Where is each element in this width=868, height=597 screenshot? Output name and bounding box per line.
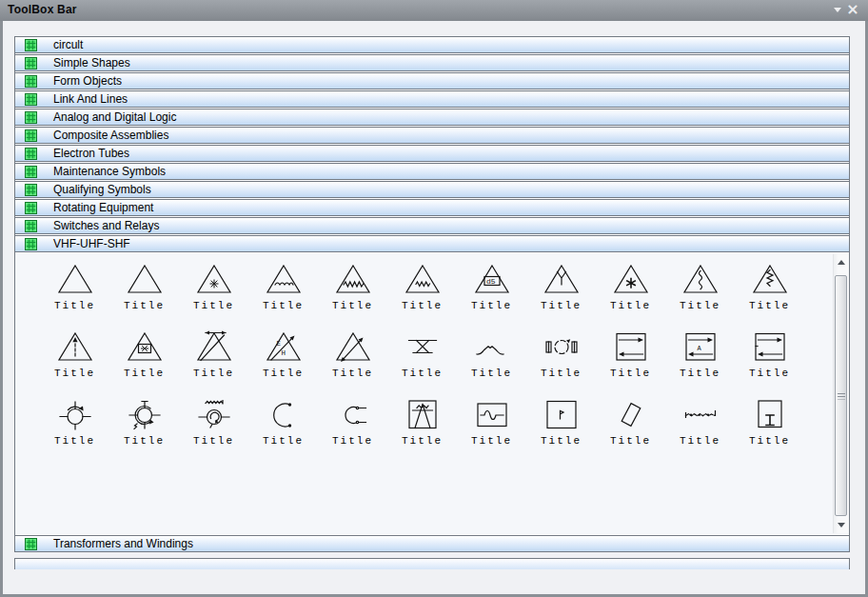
symbol-item[interactable]: Title [109,396,179,464]
arrow-up-icon [838,256,845,265]
category-bar-electron-tubes[interactable]: Electron Tubes [15,145,849,162]
symbol-title: Title [332,368,373,379]
window-title: ToolBox Bar [8,3,830,16]
clipped-next-category-bar[interactable] [14,558,850,569]
category-bar-simple-shapes[interactable]: Simple Shapes [15,54,849,71]
symbol-title: Title [54,368,95,379]
category-bar-composite-assemblies[interactable]: Composite Assemblies [15,127,849,144]
triangle-asterisk-icon [195,261,233,297]
category-label: Form Objects [53,74,122,88]
symbol-title: Title [124,300,165,311]
category-bar-form-objects[interactable]: Form Objects [15,72,849,90]
category-bar-vhf-uhf-shf[interactable]: VHF-UHF-SHF [15,235,849,252]
symbol-item[interactable]: Title [735,396,804,464]
triangle-star-icon [612,261,650,297]
scrollbar-thumb[interactable] [835,275,847,516]
symbol-item[interactable]: Title [248,261,318,328]
circulator-squiggle-icon [195,396,233,432]
symbol-item[interactable]: Title [179,396,248,464]
symbol-item[interactable]: Title [457,396,526,464]
circulator-arc-arrow-icon [56,396,94,432]
category-bar-circult[interactable]: circult [15,36,849,53]
category-label: Maintenance Symbols [53,165,166,178]
category-bar-qualifying-symbols[interactable]: Qualifying Symbols [15,181,849,198]
symbol-item[interactable]: Title [40,396,109,464]
symbol-title: Title [263,368,304,379]
symbol-item[interactable]: Title [665,396,735,464]
symbol-grid: TitleTitleTitleTitleTitleTitled5TitleTit… [15,253,833,534]
triangle-wave-vertical-icon [681,261,720,297]
symbol-item[interactable]: d5Title [457,261,526,328]
symbol-item[interactable]: Title [248,396,318,464]
symbol-item[interactable]: Title [318,261,387,328]
category-bar-switches-and-relays[interactable]: Switches and Relays [15,217,849,234]
symbol-title: Title [471,368,512,379]
symbol-item[interactable]: Title [318,396,387,464]
symbol-item[interactable]: Title [526,328,596,396]
category-label: Switches and Relays [53,219,159,232]
symbol-item[interactable]: Title [109,261,179,328]
category-label: Simple Shapes [53,56,130,70]
amplifier-triangle-icon [126,261,164,297]
symbol-item[interactable]: Title [735,328,804,396]
symbol-item[interactable]: Title [179,261,248,328]
triangle-boxed-asterisk-icon [126,328,164,365]
symbol-item[interactable]: Title [526,261,596,328]
symbol-item[interactable]: Title [596,261,665,328]
symbol-title: Title [193,435,234,447]
symbol-title: Title [193,368,234,379]
triangle-scallop-icon [265,261,303,297]
symbol-item[interactable]: ATitle [665,328,735,396]
category-bar-transformers-and-windings[interactable]: Transformers and Windings [15,535,849,552]
triangle-slash-arrow-icon [195,328,233,365]
grid-icon [25,75,37,88]
chevron-down-icon [834,8,841,16]
symbol-item[interactable]: Title [665,261,735,328]
symbol-title: Title [749,300,790,311]
grid-icon [25,538,37,550]
category-label: Electron Tubes [53,147,129,160]
symbol-item[interactable]: Title [318,328,387,396]
symbol-title: Title [610,435,651,447]
category-bar-maintenance-symbols[interactable]: Maintenance Symbols [15,163,849,180]
symbol-item[interactable]: EHTitle [248,328,318,396]
svg-text:H: H [281,349,286,357]
symbol-item[interactable]: Title [179,328,248,396]
category-bar-link-and-lines[interactable]: Link And Lines [15,90,849,108]
symbol-item[interactable]: Title [526,396,596,464]
symbol-item[interactable]: Title [387,396,457,464]
symbol-title: Title [402,368,443,379]
symbol-item[interactable]: Title [457,328,526,396]
category-bar-analog-and-digital-logic[interactable]: Analog and Digital Logic [15,109,849,126]
symbol-title: Title [471,300,512,311]
symbol-title: Title [263,435,304,447]
symbol-item[interactable]: Title [596,396,665,464]
triangle-zigzag-small-icon [404,261,442,297]
symbol-item[interactable]: Title [596,328,665,396]
symbol-item[interactable]: Title [40,328,109,396]
symbol-item[interactable]: Title [387,261,457,328]
grid-icon [25,111,37,124]
triangle-y-icon [542,261,581,297]
vertical-scrollbar[interactable] [833,254,849,533]
grid-icon [25,129,37,142]
scroll-up-button[interactable] [834,254,849,270]
symbol-item[interactable]: Title [109,328,179,396]
grid-icon [25,39,37,51]
title-bar[interactable]: ToolBox Bar × [0,0,868,21]
boxed-antenna-icon [404,396,442,432]
category-label: VHF-UHF-SHF [53,237,130,250]
symbol-item[interactable]: Title [40,261,109,328]
crossed-lines-x-icon [404,328,442,365]
symbol-title: Title [680,300,720,311]
grid-icon [25,220,37,232]
symbol-item[interactable]: Title [735,261,804,328]
symbol-title: Title [332,435,373,447]
symbol-title: Title [680,435,720,447]
category-bar-rotating-equipment[interactable]: Rotating Equipment [15,199,849,216]
symbol-item[interactable]: Title [387,328,457,396]
menu-button[interactable] [830,2,845,17]
close-button[interactable]: × [845,2,860,17]
scroll-down-button[interactable] [834,517,849,533]
grid-icon [25,57,37,70]
